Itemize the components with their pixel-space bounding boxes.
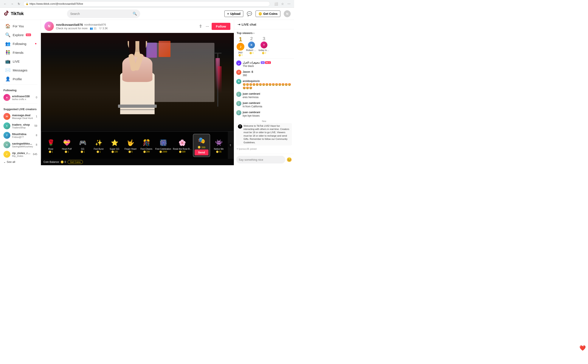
gift-fest-cheers[interactable]: 🎊 Fest Cheers 🪙 299 xyxy=(139,137,154,154)
creator-info-erinfraser: erinfraser338 tasha crofts x xyxy=(12,95,34,100)
emoji-button[interactable]: 😊 xyxy=(287,157,292,162)
get-coins-link[interactable]: Get Coins xyxy=(68,160,83,164)
chat-sender-6: juan cambrani xyxy=(243,111,260,114)
suggested-creator-saving[interactable]: s savingwithko... SavingwithKourtney 8 xyxy=(0,140,41,150)
sidebar-item-for-you[interactable]: 🏠 For You xyxy=(2,22,39,30)
coin-icon-5: 🪙 xyxy=(111,151,114,153)
creator-info-saving: savingwithko... SavingwithKourtney xyxy=(12,142,34,148)
sidebar-item-following[interactable]: 👥 Following xyxy=(2,39,39,48)
chat-input[interactable] xyxy=(236,156,285,163)
suggested-creator-filius[interactable]: f filiusfridna Fridoo@77 8 xyxy=(0,130,41,140)
follower-count: 👥 11 xyxy=(90,27,96,30)
main-layout: 🏠 For You 🔍 Explore New 👥 Following 👫 Fr… xyxy=(0,20,294,165)
tiktok-logo[interactable]: TikTok xyxy=(3,10,24,17)
sidebar-item-explore[interactable]: 🔍 Explore New xyxy=(2,31,39,39)
gift-rosie[interactable]: 🌸 Rosie the Rose B... 🪙 599 xyxy=(173,137,192,154)
viewer-3-score: 🪙 0 xyxy=(262,52,266,54)
upload-button[interactable]: + Upload xyxy=(224,11,243,17)
viewer-2-score: 🪙 0 xyxy=(249,52,254,54)
rose-icon: 🌹 xyxy=(46,138,56,147)
notice-me-icon: 👾 xyxy=(214,138,224,147)
upload-icon: + xyxy=(227,12,229,15)
fest-burst-icon: ✨ xyxy=(94,138,103,147)
streamer-sub-text: Check my account for more xyxy=(56,27,88,30)
url-bar[interactable]: 🔒 https://www.tiktok.com/@novikovaanita9… xyxy=(23,1,270,6)
more-button[interactable]: ⋯ xyxy=(286,1,291,6)
main-nav: 🏠 For You 🔍 Explore New 👥 Following 👫 Fr… xyxy=(0,22,41,83)
cast-button[interactable]: ⬜ xyxy=(273,1,279,6)
sidebar-divider-1 xyxy=(3,84,37,85)
gift-gg[interactable]: 🎮 GG 🪙 1 xyxy=(75,137,90,154)
streamer-username: novikovaanita976 xyxy=(56,23,83,26)
creator-info-traders: traders_shop TradersShop xyxy=(12,123,33,129)
creator-avatar-erinfraser: e xyxy=(3,94,10,101)
coin-icon: 🪙 xyxy=(49,151,51,153)
badge-24: 24 xyxy=(261,61,264,64)
gift-rose[interactable]: 🌹 Rose 🪙 1 xyxy=(44,137,58,154)
get-coins-button[interactable]: 🪙 Get Coins xyxy=(256,11,280,17)
gift-finger-heart[interactable]: 🤟 Finger Heart 🪙 5 xyxy=(123,137,138,154)
gift-fest-burst[interactable]: ✨ Fest Burst 🪙 1 xyxy=(91,137,106,154)
refresh-button[interactable]: ↻ xyxy=(16,1,21,6)
sidebar-item-messages[interactable]: ✉️ Messages xyxy=(2,66,39,74)
gifts-row: 🌹 Rose 🪙 1 💝 Heart Puff 🪙 1 xyxy=(41,132,234,159)
suggested-creator-traders[interactable]: t traders_shop TradersShop 59 xyxy=(0,121,41,130)
joined-label: joined xyxy=(250,148,257,150)
chat-text-3: 🤩🤩🤩🤩🤩🤩🤩🤩🤩🤩🤩🤩🤩🤩🤩🤩🤩🤩 xyxy=(243,83,292,90)
share-button[interactable]: ⇧ xyxy=(198,23,203,29)
sidebar-item-live[interactable]: 📺 LIVE xyxy=(2,57,39,66)
chat-message-3: A aroldoquincin 🤩🤩🤩🤩🤩🤩🤩🤩🤩🤩🤩🤩🤩🤩🤩🤩🤩🤩 xyxy=(236,79,292,90)
chat-avatar-5: j xyxy=(236,101,241,106)
tiktok-notice-icon: T xyxy=(238,124,242,129)
fest-celebration-price: 🪙 2999 xyxy=(159,151,167,153)
header-actions: + Upload 💬 🪙 Get Coins N xyxy=(224,10,291,17)
badge-no1: No.1 xyxy=(265,61,271,64)
coin-balance-icon: 🪙 xyxy=(60,161,64,163)
rosie-price: 🪙 599 xyxy=(179,151,185,153)
explore-badge: New xyxy=(26,33,31,36)
explore-icon: 🔍 xyxy=(5,32,11,37)
see-all-button[interactable]: ⌄ See all xyxy=(0,159,41,165)
back-button[interactable]: ← xyxy=(3,1,8,6)
finger-heart-icon: 🤟 xyxy=(126,138,135,147)
gg-icon: 🎮 xyxy=(78,138,87,147)
search-bar[interactable]: 🔍 xyxy=(67,9,140,18)
live-icon: 📺 xyxy=(5,59,11,64)
streamer-actions: ⇧ ··· Follow xyxy=(198,23,230,30)
suggested-creator-massage[interactable]: m massage.deal Massage Deal Hunt 1 xyxy=(0,112,41,121)
like-count: 🤍 3.3K xyxy=(99,27,108,30)
fest-cheers-price: 🪙 299 xyxy=(143,151,150,153)
inbox-button[interactable]: 💬 xyxy=(247,11,252,16)
fest-burst-price: 🪙 1 xyxy=(96,151,101,153)
chat-content-1: مجوهرات الغزل 24 No.1 The black xyxy=(243,60,292,68)
suggested-creator-rip[interactable]: r rip_zioles_reall Rip_Zioles 645 xyxy=(0,150,41,159)
gift-fest-celebration[interactable]: 🎆 Fest Celebration 🪙 2999 xyxy=(155,137,171,154)
sidebar-item-friends[interactable]: 👫 Friends xyxy=(2,48,39,57)
forward-button[interactable]: → xyxy=(9,1,15,6)
clothes-rack xyxy=(217,53,218,107)
gift-heart-puff[interactable]: 💝 Heart Puff 🪙 1 xyxy=(59,137,74,154)
messages-icon: ✉️ xyxy=(5,68,11,73)
more-options-button[interactable]: ··· xyxy=(205,23,210,29)
follow-button[interactable]: Follow xyxy=(212,23,231,30)
chat-text-4: eres hermosa xyxy=(243,96,292,99)
send-gift-button[interactable]: Send xyxy=(195,150,208,155)
user-avatar[interactable]: N xyxy=(284,10,291,17)
rose-price: 🪙 1 xyxy=(49,151,53,153)
chat-avatar-6: j xyxy=(236,110,241,115)
heart-icon: 🤍 xyxy=(99,27,102,30)
gifts-bar: 🌹 Rose 🪙 1 💝 Heart Puff 🪙 1 xyxy=(42,132,228,159)
chat-badges-1: 24 No.1 xyxy=(261,61,271,64)
following-notification-dot xyxy=(35,43,36,44)
gift-notice-me[interactable]: 👾 Notice Me 🪙 55 xyxy=(211,137,226,154)
gift-super-gg[interactable]: ⭐ Super GG 🪙 100 xyxy=(107,137,122,154)
following-creator-erinfraser[interactable]: e erinfraser338 tasha crofts x 0 xyxy=(0,93,41,102)
bookmark-button[interactable]: ☆ xyxy=(280,1,285,6)
friends-icon: 👫 xyxy=(5,50,11,55)
gifts-scroll-up-button[interactable]: ⇧ xyxy=(228,143,233,148)
chat-text-1: The black xyxy=(243,64,292,68)
search-input[interactable] xyxy=(70,12,131,15)
chat-content-2: Jason :$ 360 xyxy=(243,70,292,77)
coin-icon-8: 🪙 xyxy=(159,151,162,153)
sidebar-item-profile[interactable]: 👤 Profile xyxy=(2,75,39,83)
